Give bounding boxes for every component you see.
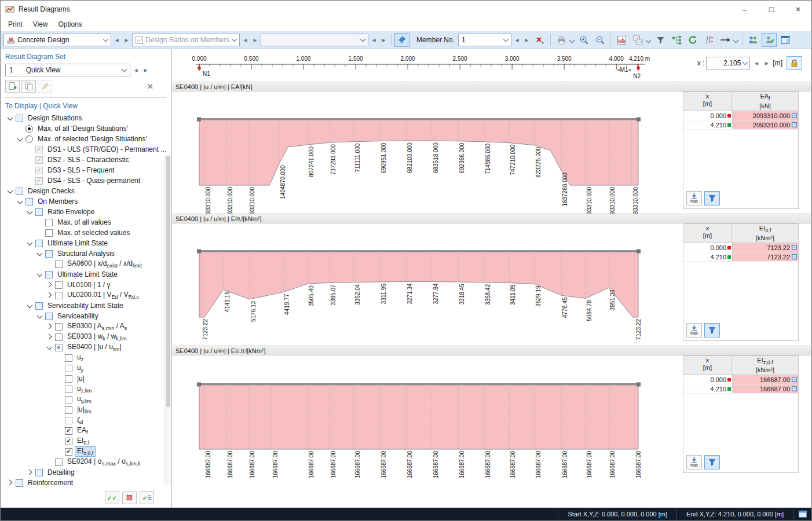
tree-expander-icon[interactable] — [26, 239, 34, 247]
grid-icon[interactable] — [792, 113, 797, 118]
tree-expander-icon[interactable] — [46, 281, 54, 289]
tree-item[interactable]: uy,lim — [5, 394, 163, 405]
tree-checkbox[interactable] — [25, 198, 33, 206]
print-button[interactable] — [554, 33, 569, 47]
tree-item[interactable]: ζd — [5, 415, 163, 425]
tree-checkbox[interactable] — [45, 219, 53, 226]
prev-result-subtype-button[interactable]: ◀ — [370, 34, 378, 46]
tree-checkbox[interactable]: ✓ — [65, 448, 72, 456]
tree-item[interactable]: ✓EI0,f — [5, 436, 163, 446]
prev-set-button[interactable]: ◀ — [131, 64, 140, 76]
tree-checkbox[interactable] — [45, 229, 53, 237]
grid-icon[interactable] — [792, 254, 797, 259]
tree-checkbox[interactable] — [55, 281, 63, 289]
result-diagram-set-combobox[interactable]: 1 Quick View — [5, 64, 130, 76]
tree-item[interactable]: SA0600 | x/dexist / x/dlimit — [5, 259, 163, 269]
design-case-combobox[interactable]: Concrete Design — [3, 34, 111, 46]
visibility-button[interactable] — [745, 33, 760, 47]
prev-member-button[interactable]: ◀ — [513, 34, 521, 46]
tree-item[interactable]: SE0303 | wk / wk,lim — [5, 332, 163, 342]
tree-expander-icon[interactable] — [6, 114, 14, 122]
tree-item[interactable]: Ultimate Limit State — [5, 238, 163, 248]
tree-expander-icon[interactable] — [26, 468, 34, 476]
tree-item[interactable]: |u|lim — [5, 405, 163, 415]
tree-item[interactable]: Serviceability Limit State — [5, 300, 163, 311]
tree-checkbox[interactable]: ✓ — [35, 167, 43, 174]
tree-checkbox[interactable] — [16, 115, 23, 122]
tree-expander-icon[interactable] — [46, 333, 54, 341]
x-prev-button[interactable]: ◀ — [752, 57, 760, 69]
tree-expander-icon[interactable] — [46, 322, 54, 331]
tree-checkbox[interactable]: ✓ — [65, 427, 72, 435]
check-all-button[interactable]: ✓✓ — [105, 491, 119, 504]
line-style-chevron-icon[interactable] — [733, 37, 739, 43]
x-value-input[interactable] — [709, 59, 743, 67]
member-no-combobox[interactable]: 1 — [458, 34, 511, 46]
refresh-button[interactable] — [685, 33, 700, 47]
tree-checkbox[interactable] — [16, 188, 23, 195]
tree-checkbox[interactable] — [55, 458, 63, 466]
tree-expander-icon[interactable] — [46, 343, 54, 351]
tree-item[interactable]: ✓DS3 - SLS - Frequent — [5, 165, 163, 175]
tree-checkbox[interactable] — [65, 417, 72, 424]
tree-checkbox[interactable] — [65, 375, 72, 383]
tree-expander-icon[interactable] — [16, 135, 24, 143]
tree-checkbox[interactable] — [35, 240, 43, 247]
tree-item[interactable]: Detailing — [5, 467, 163, 478]
tree-item[interactable]: On Members — [5, 196, 163, 207]
extremes-filter-button[interactable] — [704, 323, 720, 337]
grid-icon[interactable] — [792, 122, 797, 127]
tree-expander-icon[interactable] — [46, 291, 54, 299]
tree-checkbox[interactable] — [55, 260, 63, 268]
tree-checkbox[interactable] — [55, 344, 63, 351]
tree-item[interactable]: ✓DS2 - SLS - Characteristic — [5, 155, 163, 165]
selection-filter-button[interactable]: ✓ — [140, 491, 154, 504]
prev-result-type-button[interactable]: ◀ — [241, 34, 250, 46]
lock-button[interactable] — [787, 56, 802, 70]
result-type-combobox[interactable]: Design Ratios on Members — [132, 34, 240, 46]
tree-checkbox[interactable] — [45, 313, 53, 320]
prev-design-case-button[interactable]: ◀ — [112, 34, 121, 46]
jump-to-max-button[interactable]: max — [686, 323, 702, 337]
tree-expander-icon[interactable] — [26, 302, 34, 310]
minimize-button[interactable]: – — [731, 1, 758, 18]
tree-checkbox[interactable] — [65, 365, 72, 372]
tree-checkbox[interactable] — [45, 271, 53, 278]
tree-radio[interactable] — [25, 135, 33, 143]
extremes-filter-button[interactable] — [704, 191, 720, 206]
select-objects-button[interactable] — [762, 33, 777, 47]
line-style-button[interactable] — [718, 33, 733, 47]
print-menu-chevron-icon[interactable] — [569, 37, 575, 43]
tree-item[interactable]: Ratio Envelope — [5, 207, 163, 217]
uncheck-all-button[interactable]: ☒ — [122, 491, 137, 504]
next-member-button[interactable]: ▶ — [522, 34, 531, 46]
control-panel-button[interactable] — [778, 33, 793, 47]
close-button[interactable]: × — [785, 1, 811, 18]
smoothing-ranges-button[interactable] — [701, 33, 716, 47]
tree-item[interactable]: uy — [5, 363, 163, 373]
tree-item[interactable]: Max. of all 'Design Situations' — [5, 123, 163, 134]
tree-checkbox[interactable] — [16, 479, 23, 487]
new-set-button[interactable] — [5, 80, 20, 93]
copy-set-button[interactable] — [21, 80, 36, 93]
diagram-menu-chevron-icon[interactable] — [646, 37, 652, 43]
next-result-type-button[interactable]: ▶ — [251, 34, 259, 46]
tree-checkbox[interactable] — [65, 406, 72, 414]
tree-checkbox[interactable] — [65, 396, 72, 403]
menu-print[interactable]: Print — [3, 18, 28, 31]
menu-options[interactable]: Options — [53, 18, 87, 31]
jump-to-max-button[interactable]: max — [686, 455, 702, 469]
tree-item[interactable]: |u| — [5, 373, 163, 384]
tree-checkbox[interactable] — [55, 323, 63, 331]
tree-item[interactable]: ✓EAf — [5, 425, 163, 436]
jump-to-max-button[interactable]: max — [686, 191, 702, 206]
tree-checkbox[interactable]: ✓ — [65, 438, 72, 445]
tree-checkbox[interactable] — [65, 354, 72, 362]
delete-set-button[interactable]: ✕ — [143, 80, 158, 93]
tree-item[interactable]: UL0200.01 | VEd / VRd,c — [5, 290, 163, 300]
pin-results-button[interactable] — [394, 33, 409, 47]
tree-expander-icon[interactable] — [36, 270, 44, 278]
tree-item[interactable]: Max. of selected 'Design Situations' — [5, 134, 163, 144]
next-result-subtype-button[interactable]: ▶ — [379, 34, 388, 46]
tree-checkbox[interactable]: ✓ — [35, 146, 43, 153]
